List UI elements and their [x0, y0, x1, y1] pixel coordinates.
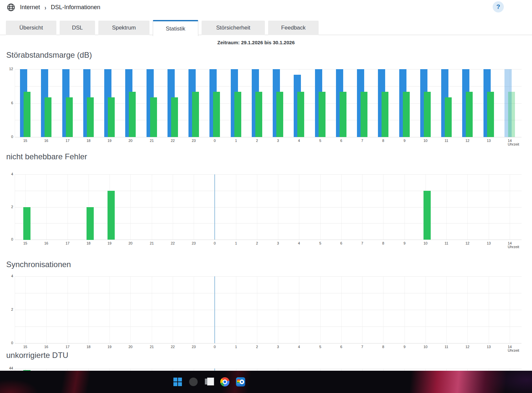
x-axis-label-1: 1: [229, 345, 243, 349]
x-axis-label-11: 11: [440, 241, 453, 245]
tab-dsl[interactable]: DSL: [60, 21, 95, 35]
x-axis-label-16: 16: [40, 241, 53, 245]
bar-green-22: [171, 97, 178, 137]
y-axis-label-2: 2: [0, 307, 13, 311]
x-axis-label-16: 16: [40, 139, 53, 143]
chart-title-1: nicht behebbare Fehler: [6, 152, 87, 161]
x-axis-label-23: 23: [187, 345, 200, 349]
internet-globe-icon: [7, 3, 15, 12]
help-button[interactable]: ?: [493, 1, 504, 12]
taskbar-circle-icon[interactable]: [188, 377, 198, 387]
tab-spektrum[interactable]: Spektrum: [98, 21, 149, 35]
x-axis-label-4: 4: [292, 241, 305, 245]
x-axis-label-22: 22: [166, 345, 179, 349]
bar-green-1: [234, 92, 241, 137]
x-axis-unit-label: Uhrzeit: [508, 245, 519, 249]
x-axis-label-2: 2: [250, 345, 264, 349]
x-axis-label-9: 9: [398, 139, 411, 143]
gridline-4: [15, 276, 522, 277]
tab-statistik[interactable]: Statistik: [153, 20, 198, 36]
x-axis-label-8: 8: [377, 139, 390, 143]
x-axis-label-10: 10: [419, 345, 432, 349]
bar-green-15: [24, 92, 30, 137]
gridline-2: [15, 310, 522, 310]
y-axis-label-4: 4: [0, 274, 13, 278]
taskbar-icons: [173, 371, 246, 393]
period-label: Zeitraum: 29.1.2026 bis 30.1.2026: [0, 40, 512, 45]
gridline-3: [15, 191, 522, 191]
x-axis-unit-label: Uhrzeit: [508, 348, 519, 352]
bar-green-10: [424, 92, 431, 137]
tab-feedback[interactable]: Feedback: [268, 21, 319, 35]
x-axis-label-0: 0: [208, 345, 221, 349]
breadcrumb: Internet › DSL-Informationen: [7, 2, 100, 12]
fritzbox-statistik-page: Internet › DSL-Informationen ? Übersicht…: [0, 0, 532, 393]
search-app-icon[interactable]: [236, 377, 246, 387]
x-axis-label-11: 11: [440, 345, 453, 349]
x-axis-label-9: 9: [398, 345, 411, 349]
x-axis-label-3: 3: [271, 241, 285, 245]
bar-green-8: [382, 92, 388, 137]
bar-green-18: [87, 97, 94, 137]
bar-green-0: [213, 92, 220, 137]
y-axis-label-6: 6: [0, 101, 13, 105]
gridline-3: [15, 293, 522, 293]
bar-green-20: [129, 92, 136, 137]
day-boundary-line: [214, 276, 215, 343]
x-axis-label-12: 12: [461, 241, 474, 245]
x-axis-label-17: 17: [61, 241, 74, 245]
x-axis-label-3: 3: [271, 139, 285, 143]
x-axis-label-15: 15: [19, 345, 32, 349]
x-axis-label-3: 3: [271, 345, 285, 349]
y-axis-label-44: 44: [0, 366, 13, 370]
x-axis-label-16: 16: [40, 345, 53, 349]
bar-green-10: [424, 191, 431, 240]
x-axis-label-1: 1: [229, 139, 243, 143]
x-axis-label-7: 7: [356, 139, 369, 143]
x-axis-label-19: 19: [103, 139, 116, 143]
x-axis-label-10: 10: [419, 241, 432, 245]
x-axis-label-1: 1: [229, 241, 243, 245]
x-axis-label-18: 18: [82, 241, 95, 245]
x-axis-label-21: 21: [145, 345, 158, 349]
x-axis-label-17: 17: [61, 139, 74, 143]
x-axis-label-22: 22: [166, 241, 179, 245]
tab--bersicht[interactable]: Übersicht: [6, 21, 56, 35]
bar-green-23: [192, 92, 199, 137]
x-axis-label-19: 19: [103, 345, 116, 349]
bar-green-3: [276, 92, 283, 137]
chart-title-3: unkorrigierte DTU: [6, 351, 68, 360]
x-axis-label-2: 2: [250, 139, 264, 143]
bar-green-16: [45, 97, 51, 137]
x-axis-label-7: 7: [356, 345, 369, 349]
windows-start-icon[interactable]: [173, 377, 183, 387]
x-axis-label-8: 8: [377, 241, 390, 245]
x-axis-label-18: 18: [82, 139, 95, 143]
x-axis-label-6: 6: [335, 139, 348, 143]
y-axis-label-4: 4: [0, 172, 13, 176]
chrome-icon[interactable]: [220, 377, 230, 387]
x-axis-label-0: 0: [208, 241, 221, 245]
x-axis-label-2: 2: [250, 241, 264, 245]
bar-green-13: [487, 92, 494, 137]
breadcrumb-internet[interactable]: Internet: [20, 4, 40, 11]
x-axis-label-4: 4: [292, 345, 305, 349]
tab-st-rsicherheit[interactable]: Störsicherheit: [202, 21, 265, 35]
x-axis-label-8: 8: [377, 345, 390, 349]
bar-green-9: [403, 92, 410, 137]
x-axis-label-4: 4: [292, 139, 305, 143]
x-axis-label-6: 6: [335, 345, 348, 349]
x-axis-label-10: 10: [419, 139, 432, 143]
x-axis-label-23: 23: [187, 241, 200, 245]
y-axis-label-12: 12: [0, 67, 13, 71]
x-axis-label-22: 22: [166, 139, 179, 143]
bar-green-11: [445, 97, 452, 137]
x-axis-label-5: 5: [314, 139, 327, 143]
x-axis-label-6: 6: [335, 241, 348, 245]
x-axis-label-15: 15: [19, 241, 32, 245]
x-axis-label-13: 13: [482, 345, 495, 349]
bar-green-17: [66, 97, 73, 137]
file-explorer-icon[interactable]: [204, 377, 214, 387]
bar-green-19: [108, 191, 115, 240]
x-axis-label-21: 21: [145, 139, 158, 143]
